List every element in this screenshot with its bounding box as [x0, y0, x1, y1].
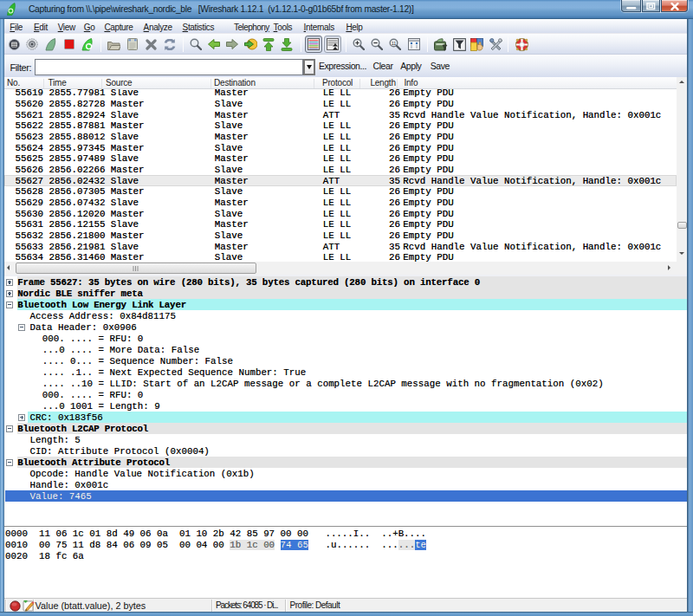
svg-text:11: 11: [392, 41, 397, 46]
